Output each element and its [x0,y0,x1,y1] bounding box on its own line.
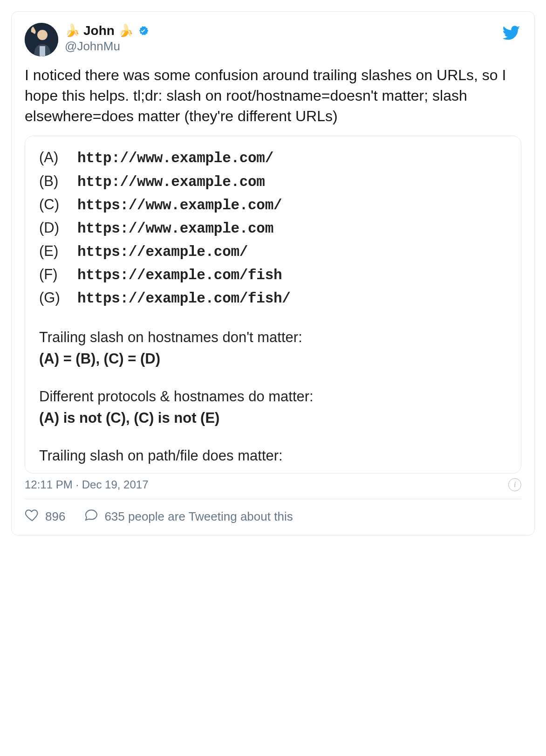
url-row: (E)https://example.com/ [39,240,507,263]
like-button[interactable]: 896 [25,508,65,526]
emoji-banana-icon: 🍌 [65,23,80,38]
tweet-actions: 896 635 people are Tweeting about this [25,508,521,526]
svg-rect-2 [40,46,45,56]
url-row: (G)https://example.com/fish/ [39,287,507,310]
timestamp[interactable]: 12:11 PM · Dec 19, 2017 [25,478,149,491]
rule-block: Trailing slash on hostnames don't matter… [39,327,507,370]
tweet-header: 🍌 John 🍌 @JohnMu [25,23,521,56]
rule-block: Trailing slash on path/file does matter: [39,445,507,467]
avatar[interactable] [25,23,58,56]
emoji-banana-icon: 🍌 [118,23,133,38]
heart-icon [25,508,40,526]
url-list: (A)http://www.example.com/ (B)http://www… [39,146,507,309]
info-icon[interactable]: i [508,478,521,491]
embedded-image[interactable]: (A)http://www.example.com/ (B)http://www… [25,136,521,474]
tweet-body-text: I noticed there was some confusion aroun… [25,65,521,126]
tweet-card: 🍌 John 🍌 @JohnMu I noticed there was som… [11,11,535,536]
verified-badge-icon [137,25,149,37]
author-name: John [83,23,115,39]
url-row: (D)https://www.example.com [39,217,507,240]
speech-bubble-icon [84,508,99,526]
url-row: (F)https://example.com/fish [39,263,507,287]
url-row: (A)http://www.example.com/ [39,146,507,170]
divider [25,499,521,499]
reply-button[interactable]: 635 people are Tweeting about this [84,508,293,526]
twitter-logo-icon[interactable] [502,24,520,44]
url-row: (B)http://www.example.com [39,170,507,193]
tweet-meta: 12:11 PM · Dec 19, 2017 i [25,478,521,491]
rule-block: Different protocols & hostnames do matte… [39,386,507,429]
author-handle: @JohnMu [65,39,149,55]
url-row: (C)https://www.example.com/ [39,193,507,217]
author-block[interactable]: 🍌 John 🍌 @JohnMu [65,23,149,54]
reply-text: 635 people are Tweeting about this [104,509,293,524]
like-count: 896 [45,509,65,524]
svg-point-1 [37,30,48,40]
